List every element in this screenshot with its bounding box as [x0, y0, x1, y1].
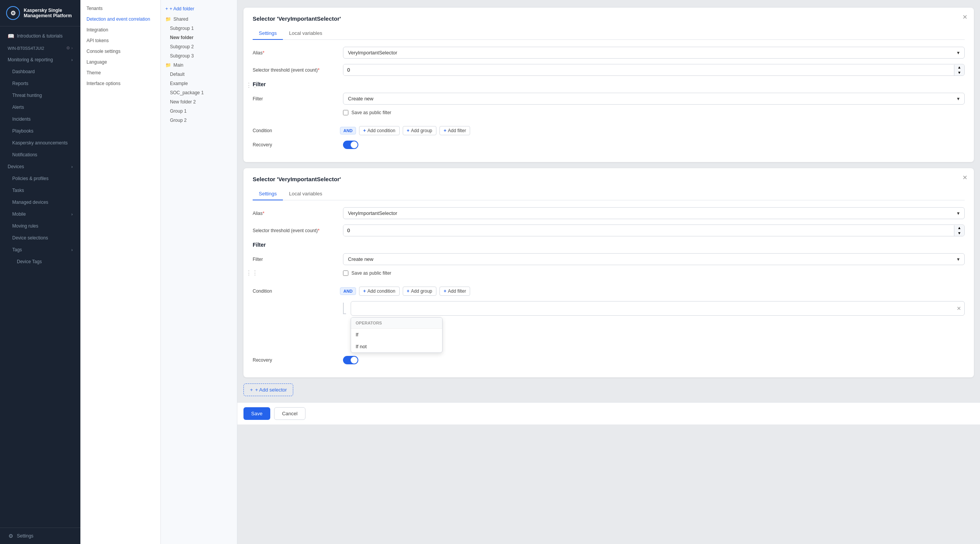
alias-control-2: VeryImportantSelector ▾: [343, 207, 965, 219]
tab-settings-1[interactable]: Settings: [253, 27, 283, 40]
alias-dropdown-2[interactable]: VeryImportantSelector ▾: [343, 207, 965, 219]
subgroup3-label: Subgroup 3: [170, 53, 194, 59]
device-tags-label: Device Tags: [17, 259, 42, 264]
save-public-checkbox-1[interactable]: [343, 110, 348, 115]
tree-item-subgroup3[interactable]: Subgroup 3: [161, 51, 237, 61]
sidebar-item-moving[interactable]: Moving rules: [2, 220, 79, 232]
sidebar-nav: 📖 Introduction & tutorials WIN-BT0SS4TJU…: [0, 26, 80, 528]
selector-title-1: Selector 'VeryImportantSelector': [253, 15, 965, 22]
sidebar-item-monitoring[interactable]: Monitoring & reporting ›: [2, 54, 79, 66]
settings-item-integration[interactable]: Integration: [80, 25, 160, 35]
settings-item-language[interactable]: Language: [80, 57, 160, 67]
spinner-down-1[interactable]: ▼: [954, 70, 964, 75]
add-selector-button[interactable]: + + Add selector: [243, 383, 293, 396]
add-selector-label: + Add selector: [255, 387, 287, 393]
tree-item-default[interactable]: Default: [161, 70, 237, 79]
settings-item-theme[interactable]: Theme: [80, 67, 160, 78]
add-filter-btn-1[interactable]: + Add filter: [439, 126, 470, 135]
sidebar-item-settings[interactable]: ⚙ Settings: [8, 533, 73, 539]
settings-item-console[interactable]: Console settings: [80, 46, 160, 57]
sidebar-item-policies[interactable]: Policies & profiles: [2, 173, 79, 184]
operator-if-not[interactable]: If not: [351, 341, 442, 352]
settings-item-detection[interactable]: Detection and event correlation: [80, 14, 160, 25]
recovery-toggle-2[interactable]: [343, 356, 358, 364]
sidebar-item-mobile[interactable]: Mobile ›: [2, 208, 79, 220]
threshold-field-1[interactable]: [343, 64, 954, 75]
settings-item-interface[interactable]: Interface options: [80, 78, 160, 89]
sidebar-item-reports[interactable]: Reports: [2, 78, 79, 89]
threshold-field-2[interactable]: [343, 225, 954, 236]
sidebar-item-alerts[interactable]: Alerts: [2, 102, 79, 113]
sidebar-item-device-tags[interactable]: Device Tags: [2, 256, 79, 267]
sidebar-item-device-selections[interactable]: Device selections: [2, 232, 79, 244]
save-button[interactable]: Save: [243, 407, 270, 420]
save-public-checkbox-2[interactable]: [343, 270, 348, 276]
close-button-1[interactable]: ✕: [960, 12, 969, 21]
condition-input-close[interactable]: ✕: [957, 305, 961, 311]
sidebar-item-managed[interactable]: Managed devices: [2, 197, 79, 208]
tab-local-vars-1[interactable]: Local variables: [283, 27, 328, 40]
tree-item-main[interactable]: 📁 Main: [161, 61, 237, 70]
sidebar-item-notifications[interactable]: Notifications: [2, 149, 79, 161]
add-filter-btn-2[interactable]: + Add filter: [439, 287, 470, 296]
condition-input-area[interactable]: ✕: [351, 301, 965, 316]
sidebar-item-dashboard[interactable]: Dashboard: [2, 66, 79, 77]
tree-item-example[interactable]: Example: [161, 79, 237, 88]
add-filter-label-2: Add filter: [448, 288, 466, 294]
filter-dropdown-1[interactable]: Create new ▾: [343, 93, 965, 105]
add-group-btn-2[interactable]: + Add group: [403, 287, 436, 296]
shared-label: Shared: [173, 16, 188, 22]
sidebar-item-devices[interactable]: Devices ›: [2, 161, 79, 172]
tree-item-soc[interactable]: SOC_package 1: [161, 88, 237, 97]
tree-item-new-folder[interactable]: New folder: [161, 33, 237, 42]
add-folder-button[interactable]: + + Add folder: [161, 3, 237, 15]
alias-row-2: Alias* VeryImportantSelector ▾: [253, 207, 965, 219]
sidebar-item-threat[interactable]: Threat hunting: [2, 90, 79, 101]
and-badge-1[interactable]: AND: [340, 127, 356, 134]
sidebar-item-tags[interactable]: Tags ›: [2, 244, 79, 256]
sidebar-item-tasks[interactable]: Tasks: [2, 185, 79, 196]
app-name-line2: Management Platform: [24, 13, 72, 18]
spinner-up-1[interactable]: ▲: [954, 65, 964, 70]
condition-row-2: Condition AND + Add condition + Add grou…: [253, 287, 965, 296]
alias-dropdown-1[interactable]: VeryImportantSelector ▾: [343, 47, 965, 59]
sidebar-item-intro[interactable]: 📖 Introduction & tutorials: [2, 30, 79, 42]
add-condition-btn-1[interactable]: + Add condition: [359, 126, 400, 135]
tree-item-group1[interactable]: Group 1: [161, 107, 237, 116]
tab-local-vars-2[interactable]: Local variables: [283, 188, 328, 200]
filter-label-2: Filter: [253, 257, 337, 262]
tree-item-group2[interactable]: Group 2: [161, 116, 237, 125]
and-badge-2[interactable]: AND: [340, 287, 356, 295]
devices-arrow: ›: [71, 164, 73, 169]
sidebar-item-win[interactable]: WIN-BT0SS4TJUI2 ⚙ ›: [2, 43, 79, 54]
drag-handle-1[interactable]: ⋮⋮: [246, 81, 258, 88]
sidebar-item-playbooks[interactable]: Playbooks: [2, 125, 79, 137]
close-button-2[interactable]: ✕: [960, 173, 969, 182]
threshold-input-1[interactable]: ▲ ▼: [343, 64, 965, 76]
filter-chevron-1: ▾: [957, 96, 960, 102]
sidebar-item-announcements[interactable]: Kaspersky announcements: [2, 137, 79, 149]
operator-if[interactable]: If: [351, 329, 442, 341]
recovery-toggle-1[interactable]: [343, 141, 358, 149]
alias-label-1: Alias*: [253, 50, 337, 56]
settings-item-api-tokens[interactable]: API tokens: [80, 35, 160, 46]
tab-settings-2[interactable]: Settings: [253, 188, 283, 200]
settings-item-tenants[interactable]: Tenants: [80, 3, 160, 14]
filter-dropdown-2[interactable]: Create new ▾: [343, 253, 965, 265]
condition-label-1: Condition: [253, 128, 337, 133]
spinner-up-2[interactable]: ▲: [954, 225, 964, 231]
cancel-button[interactable]: Cancel: [274, 407, 305, 420]
tree-item-shared[interactable]: 📁 Shared: [161, 15, 237, 24]
add-group-btn-1[interactable]: + Add group: [403, 126, 436, 135]
add-condition-btn-2[interactable]: + Add condition: [359, 287, 400, 296]
tree-item-subgroup1[interactable]: Subgroup 1: [161, 24, 237, 33]
sidebar-item-incidents[interactable]: Incidents: [2, 113, 79, 125]
tree-item-subgroup2[interactable]: Subgroup 2: [161, 42, 237, 51]
condition-text-input[interactable]: [356, 306, 960, 311]
drag-handle-2[interactable]: ⋮⋮: [246, 269, 258, 277]
spinner-down-2[interactable]: ▼: [954, 231, 964, 236]
threshold-input-2[interactable]: ▲ ▼: [343, 224, 965, 236]
tree-item-new-folder2[interactable]: New folder 2: [161, 97, 237, 107]
condition-controls-1: AND + Add condition + Add group + Add fi…: [340, 126, 470, 135]
win-actions: ⚙ ›: [66, 46, 73, 51]
